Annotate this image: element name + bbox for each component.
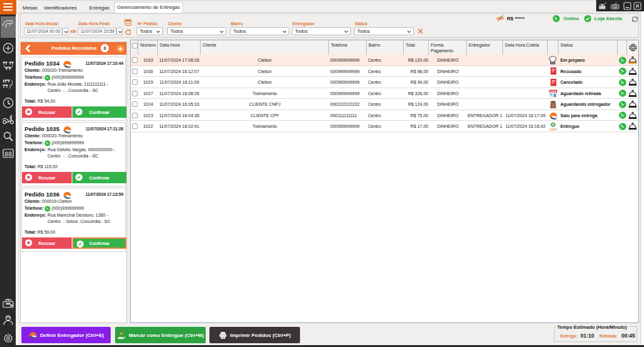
svg-text:$: $	[120, 331, 122, 335]
svg-text:88: 88	[4, 151, 11, 158]
svg-text:$: $	[552, 123, 554, 127]
